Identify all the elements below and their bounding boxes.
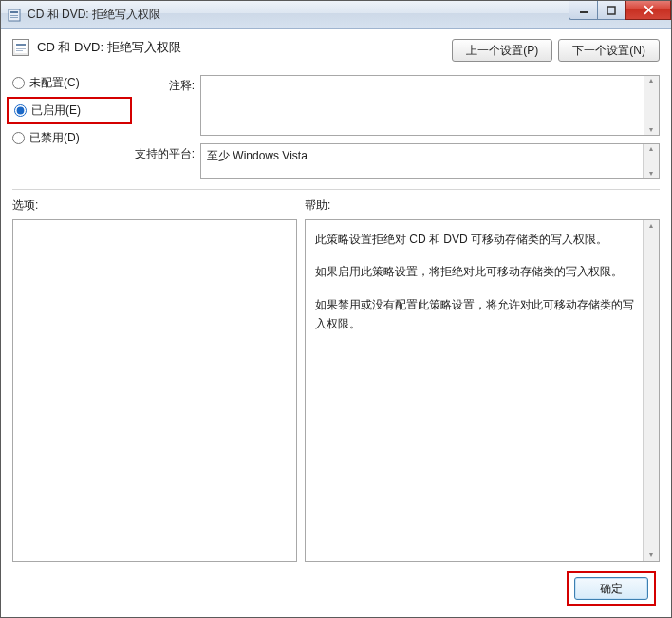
ok-button[interactable]: 确定 xyxy=(574,577,648,600)
radio-not-configured-input[interactable] xyxy=(12,77,25,89)
policy-icon xyxy=(12,39,29,56)
window-title: CD 和 DVD: 拒绝写入权限 xyxy=(28,7,160,23)
help-paragraph: 如果禁用或没有配置此策略设置，将允许对此可移动存储类的写入权限。 xyxy=(315,295,638,334)
radio-enabled-label: 已启用(E) xyxy=(31,103,81,119)
svg-rect-7 xyxy=(16,44,26,46)
dialog-window: CD 和 DVD: 拒绝写入权限 xyxy=(0,0,672,618)
svg-rect-3 xyxy=(10,17,18,18)
scroll-up-icon: ▴ xyxy=(649,76,653,85)
svg-rect-9 xyxy=(16,48,26,49)
help-label: 帮助: xyxy=(305,197,660,214)
platform-label: 支持的平台: xyxy=(134,143,195,162)
previous-setting-button[interactable]: 上一个设置(P) xyxy=(452,39,552,62)
footer: 确定 xyxy=(12,562,660,608)
separator xyxy=(12,189,660,190)
close-button[interactable] xyxy=(625,1,671,20)
notes-scrollbar[interactable]: ▴ ▾ xyxy=(644,75,660,136)
scroll-down-icon: ▾ xyxy=(649,125,653,135)
ok-highlight: 确定 xyxy=(567,571,656,606)
app-icon xyxy=(7,8,22,23)
radio-not-configured-label: 未配置(C) xyxy=(29,75,80,91)
platform-box: 至少 Windows Vista ▴ ▾ xyxy=(200,143,660,179)
minimize-button[interactable] xyxy=(569,1,597,20)
radio-disabled[interactable]: 已禁用(D) xyxy=(12,130,126,146)
platform-value: 至少 Windows Vista xyxy=(201,144,643,168)
fields-column: 注释: ▴ ▾ 支持的平台: 至少 Windows Vista ▴ xyxy=(134,75,660,179)
panels-row: 此策略设置拒绝对 CD 和 DVD 可移动存储类的写入权限。 如果启用此策略设置… xyxy=(12,219,660,562)
enabled-highlight: 已启用(E) xyxy=(7,97,132,124)
help-body: 此策略设置拒绝对 CD 和 DVD 可移动存储类的写入权限。 如果启用此策略设置… xyxy=(306,220,659,561)
help-paragraph: 如果启用此策略设置，将拒绝对此可移动存储类的写入权限。 xyxy=(315,262,638,281)
options-body xyxy=(13,220,296,561)
radio-disabled-input[interactable] xyxy=(12,132,25,144)
window-buttons xyxy=(569,1,671,20)
page-title: CD 和 DVD: 拒绝写入权限 xyxy=(37,39,181,56)
scroll-down-icon: ▾ xyxy=(649,550,653,561)
client-area: CD 和 DVD: 拒绝写入权限 上一个设置(P) 下一个设置(N) 未配置(C… xyxy=(1,29,671,617)
platform-scrollbar[interactable]: ▴ ▾ xyxy=(643,144,659,178)
maximize-button[interactable] xyxy=(597,1,625,20)
radio-not-configured[interactable]: 未配置(C) xyxy=(12,75,126,91)
options-panel xyxy=(12,219,297,562)
svg-rect-1 xyxy=(10,11,18,13)
scroll-up-icon: ▴ xyxy=(649,220,653,232)
state-radio-group: 未配置(C) 已启用(E) 已禁用(D) xyxy=(12,75,126,146)
next-setting-button[interactable]: 下一个设置(N) xyxy=(558,39,660,62)
help-panel: 此策略设置拒绝对 CD 和 DVD 可移动存储类的写入权限。 如果启用此策略设置… xyxy=(305,219,660,562)
svg-rect-10 xyxy=(16,50,23,51)
section-labels: 选项: 帮助: xyxy=(12,197,660,214)
radio-enabled-input[interactable] xyxy=(14,104,27,117)
svg-rect-4 xyxy=(580,11,588,13)
svg-rect-5 xyxy=(607,7,615,14)
config-row: 未配置(C) 已启用(E) 已禁用(D) 注释: xyxy=(12,75,660,179)
svg-rect-8 xyxy=(16,47,26,47)
radio-disabled-label: 已禁用(D) xyxy=(29,130,80,146)
help-paragraph: 此策略设置拒绝对 CD 和 DVD 可移动存储类的写入权限。 xyxy=(315,230,638,249)
radio-enabled[interactable]: 已启用(E) xyxy=(14,103,124,119)
svg-rect-2 xyxy=(10,15,18,16)
options-label: 选项: xyxy=(12,197,297,214)
header-row: CD 和 DVD: 拒绝写入权限 上一个设置(P) 下一个设置(N) xyxy=(12,39,660,62)
scroll-up-icon: ▴ xyxy=(649,144,653,154)
notes-textarea[interactable] xyxy=(200,75,644,136)
help-scrollbar[interactable]: ▴ ▾ xyxy=(643,220,659,561)
notes-label: 注释: xyxy=(134,75,195,94)
titlebar[interactable]: CD 和 DVD: 拒绝写入权限 xyxy=(1,1,671,29)
scroll-down-icon: ▾ xyxy=(649,169,653,178)
